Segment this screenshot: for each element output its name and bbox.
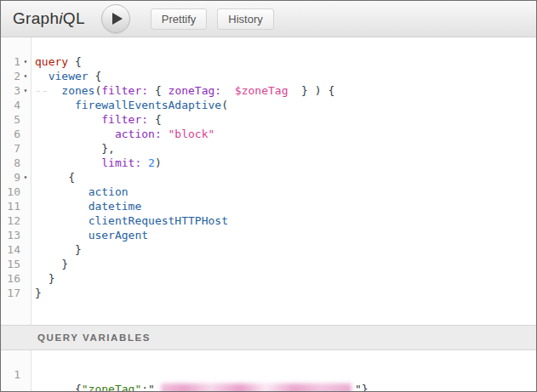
line-number: 10 <box>1 185 20 199</box>
fold-arrow-icon[interactable]: ▾ <box>20 69 31 83</box>
gutter-row: 15 <box>1 257 31 271</box>
line-number: 17 <box>1 286 20 300</box>
play-icon <box>112 13 123 25</box>
variables-code[interactable]: {"zoneTag":""} <box>31 350 368 391</box>
gutter-row: 10 <box>1 185 31 199</box>
line-number: 16 <box>1 271 20 286</box>
gutter-row: 14 <box>1 242 31 257</box>
token-attr: filter: <box>101 84 148 97</box>
gutter-row: 3▾ <box>1 83 31 98</box>
line-number: 13 <box>1 228 20 242</box>
token-var: $zoneTag <box>235 84 288 97</box>
gutter-row: 11 <box>1 199 31 213</box>
line-number: 4 <box>1 98 20 112</box>
gutter-row: 7 <box>1 141 31 156</box>
line-number: 11 <box>1 199 20 213</box>
gutter-row: 9▾ <box>1 170 31 185</box>
code-line: } <box>35 242 334 257</box>
code-line: }, <box>35 141 334 156</box>
line-number: 3 <box>1 83 20 98</box>
query-code[interactable]: query { viewer {-- zones(filter: { zoneT… <box>31 37 334 325</box>
gutter-row: 16 <box>1 271 31 286</box>
token-punc <box>35 156 101 169</box>
token-punc <box>35 200 89 213</box>
token-prop: clientRequestHTTPHost <box>89 214 228 227</box>
line-number: 6 <box>1 127 20 141</box>
line-number: 7 <box>1 141 20 156</box>
code-line: limit: 2) <box>35 156 334 170</box>
gutter-row: 5 <box>1 112 31 127</box>
token-punc: { <box>148 84 168 97</box>
token-punc <box>35 70 49 82</box>
code-line: query { <box>35 54 334 69</box>
token-prop: firewallEventsAdaptive <box>75 99 221 111</box>
gutter-row: 1▾ <box>1 54 31 69</box>
token-attr: filter: <box>101 113 148 126</box>
code-line: viewer { <box>35 69 334 83</box>
token-prop: action <box>89 185 129 198</box>
fold-arrow-icon[interactable]: ▾ <box>20 170 31 185</box>
token-punc: } <box>35 272 54 285</box>
token-prop: datetime <box>89 200 142 213</box>
line-number: 14 <box>1 242 20 257</box>
gutter-row: 17 <box>1 286 31 300</box>
gutter-row: 2▾ <box>1 69 31 83</box>
token-punc: ) <box>155 156 162 169</box>
json-error-underline: {"zoneTag" <box>75 383 141 391</box>
json-quote-open: " <box>148 383 155 391</box>
code-line: userAgent <box>35 228 334 242</box>
logo-text-pre: Graph <box>13 9 59 27</box>
token-punc <box>141 156 148 169</box>
code-line: action: "block" <box>35 127 334 141</box>
variables-editor-gutter: 1 <box>1 350 31 391</box>
code-line: firewallEventsAdaptive( <box>35 98 334 112</box>
token-punc <box>35 99 75 111</box>
token-punc: } <box>35 243 82 256</box>
token-punc <box>49 84 62 97</box>
gutter-row: 6 <box>1 127 31 141</box>
token-punc <box>35 214 89 227</box>
token-kw: query <box>35 55 75 68</box>
graphiql-window: GraphiQL Prettify History 1▾2▾3▾456789▾1… <box>0 0 537 392</box>
json-colon: : <box>141 383 148 391</box>
token-punc: { <box>75 55 82 68</box>
code-line: } <box>35 271 334 286</box>
token-str: "block" <box>169 128 215 140</box>
token-faint: -- <box>35 84 49 97</box>
logo-text-post: QL <box>63 9 85 27</box>
token-punc <box>35 128 115 140</box>
line-number: 9 <box>1 170 20 185</box>
variables-editor: 1 {"zoneTag":""} <box>1 350 536 391</box>
fold-arrow-icon[interactable]: ▾ <box>20 54 31 69</box>
token-punc: { <box>89 70 102 82</box>
query-variables-label: QUERY VARIABLES <box>37 332 151 343</box>
json-open-brace: { <box>75 383 82 391</box>
line-number: 15 <box>1 257 20 271</box>
token-attr: zoneTag: <box>169 84 222 97</box>
prettify-button[interactable]: Prettify <box>151 9 207 30</box>
code-line: { <box>35 170 334 185</box>
gutter-row: 13 <box>1 228 31 242</box>
json-quote-close: " <box>355 383 362 391</box>
gutter-row: 8 <box>1 156 31 170</box>
token-punc <box>35 185 89 198</box>
token-punc <box>221 84 235 97</box>
gutter-row: 12 <box>1 213 31 228</box>
token-punc: } ) { <box>288 84 334 97</box>
json-key-zonetag: "zoneTag" <box>82 383 141 391</box>
token-punc: { <box>35 171 75 184</box>
line-number: 8 <box>1 156 20 170</box>
gutter-row: 4 <box>1 98 31 112</box>
code-line: } <box>35 286 334 300</box>
code-line: filter: { <box>35 112 334 127</box>
line-number: 1 <box>1 367 20 382</box>
variables-line-row: 1 <box>1 367 31 382</box>
line-number: 1 <box>1 54 20 69</box>
graphiql-logo: GraphiQL <box>13 9 85 28</box>
execute-query-button[interactable] <box>101 4 130 33</box>
query-variables-title-bar[interactable]: QUERY VARIABLES <box>1 325 536 350</box>
line-number: 2 <box>1 69 20 83</box>
fold-arrow-icon[interactable]: ▾ <box>20 83 31 98</box>
token-punc: } <box>35 258 68 270</box>
history-button[interactable]: History <box>217 9 273 30</box>
